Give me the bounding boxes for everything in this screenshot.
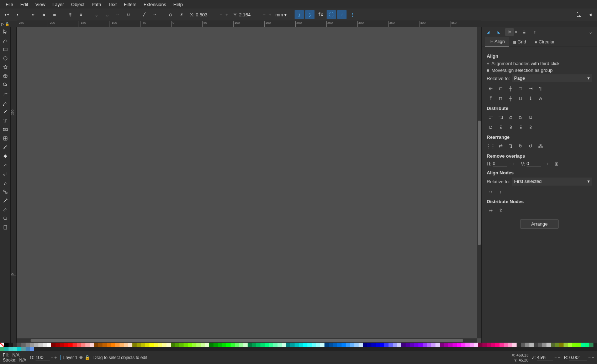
- coord-x-input[interactable]: [196, 12, 217, 17]
- color-swatch[interactable]: [342, 343, 346, 347]
- menu-object[interactable]: Object: [68, 0, 88, 9]
- nodes-dist-h-icon[interactable]: ⇿: [487, 206, 495, 214]
- color-swatch[interactable]: [107, 343, 111, 347]
- color-swatch[interactable]: [512, 343, 517, 347]
- overlap-h-minus-icon[interactable]: −: [508, 161, 511, 167]
- color-swatch[interactable]: [137, 343, 141, 347]
- color-swatch[interactable]: [487, 343, 491, 347]
- align-vcenter-icon[interactable]: ╫: [507, 94, 514, 102]
- color-swatch[interactable]: [389, 343, 393, 347]
- color-swatch[interactable]: [572, 343, 576, 347]
- rearrange-rotate-cw-icon[interactable]: ↻: [517, 142, 524, 150]
- color-swatch[interactable]: [98, 343, 102, 347]
- color-swatch[interactable]: [235, 343, 239, 347]
- color-swatch[interactable]: [73, 343, 77, 347]
- relative-to-dropdown[interactable]: Page▾: [512, 74, 592, 82]
- color-swatch[interactable]: [158, 343, 162, 347]
- zoom-plus-icon[interactable]: +: [558, 355, 560, 360]
- rearrange-random-icon[interactable]: ⁂: [537, 142, 544, 150]
- coord-x-minus-icon[interactable]: −: [218, 12, 223, 17]
- overlap-v-plus-icon[interactable]: +: [546, 161, 549, 167]
- align-top-out-icon[interactable]: ⤒: [487, 94, 495, 102]
- color-swatch[interactable]: [252, 343, 256, 347]
- arrange-button[interactable]: Arrange: [520, 219, 559, 229]
- color-swatch[interactable]: [243, 343, 248, 347]
- color-swatch[interactable]: [542, 343, 546, 347]
- menu-text[interactable]: Text: [105, 0, 120, 9]
- selector-arrow-icon[interactable]: ▷: [1, 22, 4, 26]
- align-right-icon[interactable]: ⊐: [517, 84, 524, 92]
- color-swatch[interactable]: [162, 343, 167, 347]
- color-swatch[interactable]: [171, 343, 175, 347]
- color-swatch[interactable]: [538, 343, 542, 347]
- color-swatch[interactable]: [564, 343, 568, 347]
- align-left-out-icon[interactable]: ⇤: [487, 84, 495, 92]
- dist-vequal-icon[interactable]: ⫖: [527, 123, 534, 131]
- color-swatch[interactable]: [30, 343, 34, 347]
- horizontal-scrollbar[interactable]: [17, 338, 477, 343]
- join-node-icon[interactable]: ⇆: [39, 10, 48, 19]
- color-swatch[interactable]: [196, 343, 201, 347]
- color-swatch[interactable]: [282, 343, 286, 347]
- color-swatch[interactable]: [581, 343, 585, 347]
- 3dbox-tool-icon[interactable]: [1, 72, 9, 80]
- color-swatch[interactable]: [461, 343, 465, 347]
- color-swatch[interactable]: [13, 347, 17, 351]
- rearrange-graph-icon[interactable]: ⋮⋮: [487, 142, 495, 150]
- dropper-tool-icon[interactable]: [1, 143, 9, 151]
- color-swatch[interactable]: [316, 343, 320, 347]
- color-swatch[interactable]: [444, 343, 448, 347]
- coord-y-plus-icon[interactable]: +: [268, 12, 273, 17]
- color-swatch[interactable]: [13, 343, 17, 347]
- color-swatch[interactable]: [435, 343, 440, 347]
- menu-file[interactable]: File: [2, 0, 17, 9]
- align-left-icon[interactable]: ⊏: [497, 84, 504, 92]
- color-swatch[interactable]: [26, 343, 30, 347]
- curve-segment-icon[interactable]: ⌒: [150, 10, 159, 19]
- break-segment-icon[interactable]: ⇊: [76, 10, 85, 19]
- color-swatch[interactable]: [21, 343, 26, 347]
- color-swatch[interactable]: [589, 343, 593, 347]
- color-swatch[interactable]: [427, 343, 431, 347]
- menu-view[interactable]: View: [32, 0, 49, 9]
- panel-toggle-icon[interactable]: ◀: [586, 10, 595, 19]
- color-swatch[interactable]: [205, 343, 209, 347]
- color-swatch[interactable]: [303, 343, 307, 347]
- color-swatch[interactable]: [576, 343, 581, 347]
- align-text-left-icon[interactable]: ¶: [537, 84, 544, 92]
- overlap-v-input[interactable]: [527, 161, 541, 167]
- nodes-align-v-icon[interactable]: ↕: [497, 188, 504, 195]
- stroke-value[interactable]: N/A: [19, 358, 26, 363]
- color-swatch[interactable]: [115, 343, 120, 347]
- insert-node-icon[interactable]: ✦+: [2, 10, 11, 19]
- selector-tool-icon[interactable]: [1, 28, 9, 36]
- bezier-tool-icon[interactable]: [1, 90, 9, 98]
- color-swatch[interactable]: [397, 343, 401, 347]
- tab-circular[interactable]: ✺Circular: [530, 37, 559, 47]
- next-path-effect-icon[interactable]: fx: [316, 10, 325, 19]
- tab-align[interactable]: ⊫Align: [485, 37, 509, 47]
- nodes-align-h-icon[interactable]: ↔: [487, 188, 495, 195]
- color-swatch[interactable]: [508, 343, 512, 347]
- stroke-to-path-icon[interactable]: S: [176, 10, 186, 19]
- color-swatch[interactable]: [384, 343, 389, 347]
- menu-edit[interactable]: Edit: [17, 0, 32, 9]
- color-swatch[interactable]: [179, 343, 184, 347]
- color-swatch[interactable]: [47, 343, 51, 347]
- color-swatch[interactable]: [231, 343, 235, 347]
- color-swatch[interactable]: [167, 343, 171, 347]
- rearrange-rotate-ccw-icon[interactable]: ↺: [527, 142, 534, 150]
- color-swatch[interactable]: [111, 343, 115, 347]
- show-transform-handles-icon[interactable]: ⛶: [327, 10, 336, 19]
- layers-panel-icon[interactable]: ≣: [520, 28, 528, 36]
- fill-value[interactable]: N/A: [12, 353, 20, 358]
- color-swatch[interactable]: [354, 343, 359, 347]
- measure-tool-icon[interactable]: [1, 206, 9, 213]
- dist-right-icon[interactable]: ⫏: [507, 113, 514, 121]
- rectangle-tool-icon[interactable]: [1, 46, 9, 53]
- auto-node-icon[interactable]: ∪: [124, 10, 133, 19]
- object-to-path-icon[interactable]: ◯: [166, 10, 175, 19]
- dist-left-icon[interactable]: ⫍: [487, 113, 495, 121]
- align-right-out-icon[interactable]: ⇥: [527, 84, 534, 92]
- color-swatch[interactable]: [346, 343, 350, 347]
